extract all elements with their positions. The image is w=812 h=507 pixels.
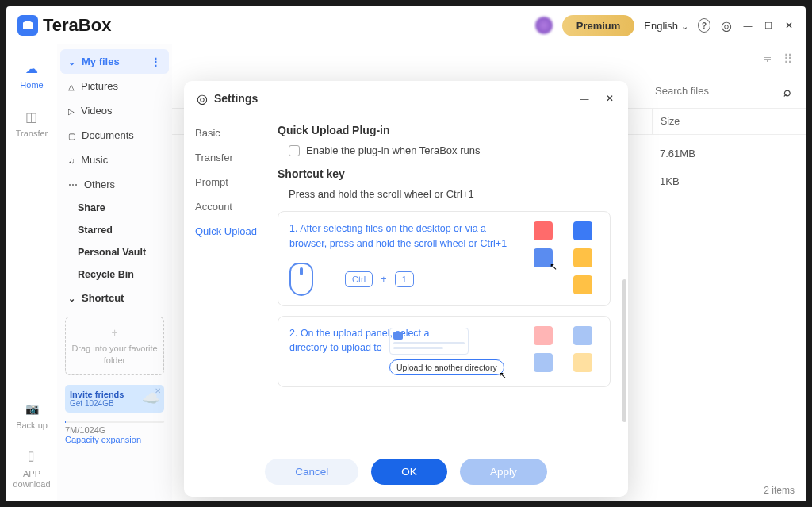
window-close-button[interactable] [783,20,795,31]
terabox-file-icon [573,221,592,240]
sidebar-item-videos[interactable]: Videos [60,98,169,123]
sidebar-item-music[interactable]: Music [60,148,169,172]
others-icon [68,179,78,190]
file-size: 1KB [652,175,795,187]
app-logo[interactable]: TeraBox [17,15,111,36]
sidebar-label: Others [84,179,115,190]
cursor-icon: ↖ [550,261,557,272]
window-maximize-button[interactable] [763,20,774,31]
phone-icon [22,447,41,467]
sidebar-label: My files [82,56,120,67]
chevron-down-icon [68,292,75,304]
music-icon [68,154,75,166]
sidebar-item-others[interactable]: Others [60,172,169,197]
window-minimize-button[interactable] [742,20,753,31]
instruction-card-1: 1. After selecting files on the desktop … [278,211,611,306]
settings-content: Quick Upload Plug-in Enable the plug-in … [270,116,628,446]
sidebar-item-shortcut[interactable]: Shortcut [60,286,169,310]
language-select[interactable]: English [644,20,688,32]
storage-meter: 7M/1024G Capacity expansion [65,421,164,444]
modal-close-button[interactable] [604,93,615,104]
rail-label: Back up [16,421,48,430]
filter-icon[interactable] [761,53,774,66]
settings-nav-transfer[interactable]: Transfer [184,145,270,170]
video-icon [68,105,75,117]
ok-button[interactable]: OK [371,459,447,485]
upload-panel-illustration [389,328,469,355]
cursor-icon: ↖ [499,370,507,381]
language-label: English [644,20,678,32]
settings-nav-quick-upload[interactable]: Quick Upload [184,219,270,244]
sidebar-item-starred[interactable]: Starred [60,219,169,241]
sidebar-item-personal-vault[interactable]: Personal Vault [60,241,169,263]
cloud-illustration-icon: ☁️ [142,390,159,407]
invite-friends-card[interactable]: ✕ Invite friends Get 1024GB ☁️ [65,385,164,413]
settings-icon[interactable] [720,19,733,32]
rail-app-download[interactable]: APP download [6,447,57,490]
sidebar-item-pictures[interactable]: Pictures [60,74,169,98]
mouse-icon [289,263,313,296]
file-icon-grid: ↖ [534,221,599,294]
section-heading: Quick Upload Plug-in [278,124,611,136]
search-icon[interactable] [783,85,791,99]
settings-icon [197,91,208,106]
plus-icon: + [71,325,159,341]
sidebar-label: Documents [82,129,134,141]
sidebar-item-documents[interactable]: Documents [60,123,169,148]
sidebar-label: Shortcut [82,292,124,304]
word-file-icon: ↖ [534,248,553,267]
premium-button[interactable]: Premium [562,15,635,36]
user-avatar[interactable] [535,17,553,34]
folder-icon [573,248,592,267]
modal-minimize-button[interactable] [579,93,590,104]
scrollbar[interactable] [622,279,626,422]
section-heading: Shortcut key [278,167,611,180]
drag-hint[interactable]: + Drag into your favorite folder [65,317,164,375]
folder-icon [573,353,592,372]
app-name: TeraBox [43,15,111,36]
document-icon [68,129,75,141]
rail-backup[interactable]: Back up [16,399,48,430]
rail-transfer[interactable]: Transfer [16,107,48,138]
step-1-text: 1. After selecting files on the desktop … [289,221,511,252]
item-count: 2 items [764,485,795,496]
settings-modal: Settings Basic Transfer Prompt Account Q… [184,81,628,497]
word-file-icon [534,353,553,372]
folder-icon [573,275,592,294]
left-rail: Home Transfer Back up APP download [6,44,57,501]
file-size: 7.61MB [652,148,795,159]
cancel-button[interactable]: Cancel [265,459,358,485]
instruction-card-2: 2. On the upload panel, select a directo… [278,316,611,387]
help-icon[interactable] [698,19,710,32]
camera-icon [22,399,41,418]
sidebar-item-share[interactable]: Share [60,197,169,219]
rail-home[interactable]: Home [20,59,43,90]
more-icon[interactable]: ⋮ [151,56,161,67]
settings-nav: Basic Transfer Prompt Account Quick Uplo… [184,116,270,446]
search-input[interactable] [652,82,795,101]
modal-footer: Cancel OK Apply [184,446,628,497]
grid-view-icon[interactable] [782,53,795,66]
enable-plugin-checkbox[interactable] [289,145,300,156]
main-toolbar [172,44,806,75]
sidebar-item-recycle-bin[interactable]: Recycle Bin [60,263,169,286]
settings-nav-account[interactable]: Account [184,194,270,219]
rail-label: Home [20,80,43,90]
column-size[interactable]: Size [652,109,795,134]
storage-text: 7M/1024G [65,425,164,435]
terabox-file-icon [573,326,592,345]
capacity-expansion-link[interactable]: Capacity expansion [65,435,164,444]
rail-label: APP download [6,469,57,490]
checkbox-label: Enable the plug-in when TeraBox runs [306,144,480,156]
apply-button[interactable]: Apply [460,459,547,485]
sidebar-label: Music [81,154,108,166]
settings-nav-basic[interactable]: Basic [184,121,270,145]
upload-directory-badge: Upload to another directory ↖ [389,359,504,375]
pdf-file-icon [534,326,553,345]
plus-label: + [381,273,387,285]
sidebar-item-my-files[interactable]: My files ⋮ [60,49,169,74]
search-box[interactable] [652,82,795,101]
enable-plugin-row[interactable]: Enable the plug-in when TeraBox runs [289,144,611,156]
sidebar-label: Pictures [81,80,118,92]
settings-nav-prompt[interactable]: Prompt [184,170,270,194]
